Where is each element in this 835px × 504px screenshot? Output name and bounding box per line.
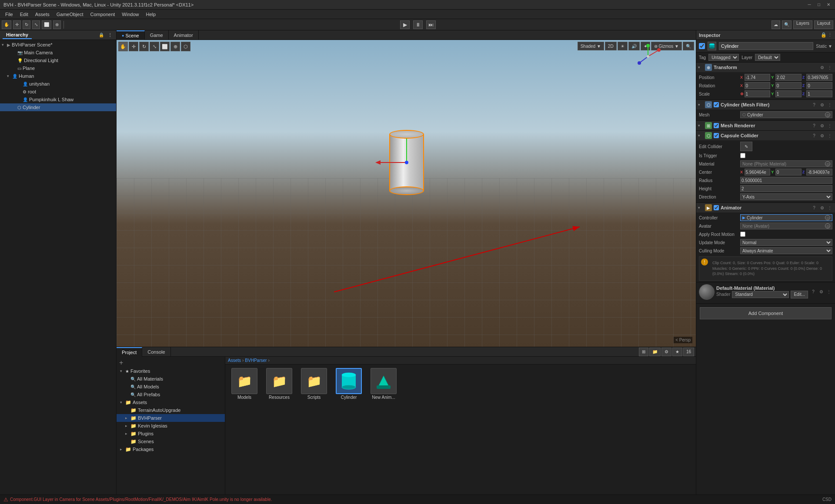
search-btn[interactable]: 🔍: [782, 20, 792, 29]
inspector-lock-icon[interactable]: 🔒: [821, 32, 827, 38]
rotation-x-input[interactable]: [745, 82, 771, 89]
mesh-renderer-help[interactable]: ?: [811, 122, 818, 129]
scene-move-tool[interactable]: ✛: [129, 42, 138, 51]
asset-cylinder[interactable]: Cylinder: [333, 368, 364, 400]
hierarchy-item-human[interactable]: ▾ 👤 Human: [0, 72, 116, 80]
tree-plugins[interactable]: ▸ 📁 Plugins: [117, 430, 225, 438]
is-trigger-checkbox[interactable]: [740, 153, 745, 158]
culling-mode-dropdown[interactable]: Always Animate Cull Update Transforms Cu…: [740, 247, 832, 254]
center-x-input[interactable]: [745, 169, 771, 176]
tree-packages[interactable]: ▸ 📁 Packages: [117, 445, 225, 453]
project-icon1[interactable]: ⊞: [639, 348, 648, 356]
mesh-filter-header[interactable]: ▾ ⬡ Cylinder (Mesh Filter) ? ⚙ ⋮: [696, 100, 835, 109]
animator-menu[interactable]: ⋮: [826, 204, 833, 211]
hierarchy-item-unityshan[interactable]: 👤 unityshan: [0, 80, 116, 88]
menu-edit[interactable]: Edit: [17, 11, 32, 18]
mesh-filter-menu[interactable]: ⋮: [826, 101, 833, 108]
mesh-renderer-menu[interactable]: ⋮: [826, 122, 833, 129]
menu-gameobject[interactable]: GameObject: [53, 11, 87, 18]
transform-header[interactable]: ▾ ⊕ Transform ⚙ ⋮: [696, 63, 835, 72]
capsule-collider-checkbox[interactable]: [714, 133, 719, 138]
tree-scenes[interactable]: 📁 Scenes: [117, 438, 225, 445]
project-icon4[interactable]: ★: [672, 348, 682, 356]
shader-dropdown[interactable]: Standard: [732, 291, 789, 298]
asset-scripts[interactable]: 📁 Scripts: [298, 368, 330, 400]
scale-x-input[interactable]: [745, 90, 771, 97]
capsule-collider-menu[interactable]: ⋮: [826, 132, 833, 139]
center-z-input[interactable]: [806, 169, 832, 176]
pause-button[interactable]: ⏸: [413, 20, 423, 29]
hierarchy-lock-btn[interactable]: 🔒: [98, 32, 105, 39]
close-button[interactable]: ✕: [825, 2, 832, 8]
material-menu[interactable]: ⋮: [825, 288, 832, 295]
toolbar-transform-btn[interactable]: ⊕: [53, 20, 61, 29]
tree-bvhparser[interactable]: ▸ 📁 BVHParser: [117, 414, 225, 422]
mesh-filter-help[interactable]: ?: [811, 101, 818, 108]
tree-all-models[interactable]: 🔍 All Models: [117, 383, 225, 391]
scene-shading-btn[interactable]: Shaded ▼: [578, 42, 604, 50]
tab-console[interactable]: Console: [142, 347, 170, 357]
avatar-select-btn[interactable]: ◎: [825, 223, 830, 229]
rotation-y-input[interactable]: [775, 82, 802, 89]
animator-checkbox[interactable]: [714, 205, 719, 210]
maximize-button[interactable]: □: [816, 2, 822, 8]
scene-2d-btn[interactable]: 2D: [605, 42, 617, 50]
menu-file[interactable]: File: [2, 11, 17, 18]
position-x-input[interactable]: [745, 74, 771, 81]
height-input[interactable]: 2: [740, 185, 832, 192]
menu-assets[interactable]: Assets: [32, 11, 53, 18]
animator-help[interactable]: ?: [811, 204, 818, 211]
hierarchy-menu-btn[interactable]: ⋮: [107, 32, 114, 39]
scene-light-btn[interactable]: ☀: [618, 42, 628, 50]
menu-window[interactable]: Window: [118, 11, 142, 18]
col-material-select-btn[interactable]: ◎: [825, 161, 830, 166]
menu-component[interactable]: Component: [87, 11, 118, 18]
scale-y-input[interactable]: [775, 90, 802, 97]
tree-favorites[interactable]: ▾ ★ Favorites: [117, 367, 225, 375]
hierarchy-item-directional-light[interactable]: 💡 Directional Light: [0, 56, 116, 64]
update-mode-dropdown[interactable]: Normal Animate Physics Unscaled Time: [740, 239, 832, 246]
rotation-z-input[interactable]: [806, 82, 832, 89]
capsule-collider-help[interactable]: ?: [811, 132, 818, 139]
mesh-renderer-header[interactable]: ▾ ⊞ Mesh Renderer ? ⚙ ⋮: [696, 121, 835, 130]
toolbar-scale-btn[interactable]: ⤡: [32, 20, 40, 29]
capsule-collider-settings[interactable]: ⚙: [818, 132, 825, 139]
layer-dropdown[interactable]: Default: [755, 54, 780, 61]
menu-help[interactable]: Help: [142, 11, 159, 18]
tree-all-materials[interactable]: 🔍 All Materials: [117, 375, 225, 383]
object-active-checkbox[interactable]: [699, 43, 705, 49]
edit-collider-button[interactable]: ✎: [740, 142, 752, 151]
toolbar-hand-btn[interactable]: ✋: [2, 20, 11, 29]
hierarchy-item-scene[interactable]: ▾ ▶ BVHParser Scene*: [0, 41, 116, 49]
scale-z-input[interactable]: [806, 90, 832, 97]
mesh-select-btn[interactable]: ◎: [825, 112, 830, 117]
hierarchy-item-main-camera[interactable]: 📷 Main Camera: [0, 49, 116, 56]
radius-input[interactable]: 0.5000001: [740, 177, 832, 184]
tab-scene[interactable]: ● Scene: [117, 30, 145, 40]
material-settings[interactable]: ⚙: [818, 288, 825, 295]
hierarchy-item-plane[interactable]: ▭ Plane: [0, 64, 116, 72]
mesh-filter-settings[interactable]: ⚙: [818, 101, 825, 108]
toolbar-rect-btn[interactable]: ⬜: [42, 20, 51, 29]
inspector-menu-icon[interactable]: ⋮: [828, 32, 832, 38]
project-icon3[interactable]: ⚙: [661, 348, 671, 356]
hierarchy-tab[interactable]: Hierarchy: [3, 31, 32, 39]
layers-dropdown[interactable]: Layers: [793, 20, 812, 29]
tab-animator[interactable]: Animator: [169, 30, 199, 40]
scene-rect-tool[interactable]: ⬜: [160, 42, 170, 51]
mesh-filter-checkbox[interactable]: [714, 102, 719, 107]
play-button[interactable]: ▶: [400, 20, 410, 29]
hierarchy-item-root[interactable]: ⚙ root: [0, 88, 116, 96]
project-icon2[interactable]: 📁: [649, 348, 661, 356]
mesh-renderer-checkbox[interactable]: [714, 123, 719, 128]
position-z-input[interactable]: [806, 74, 832, 81]
layout-dropdown[interactable]: Layout: [814, 20, 833, 29]
tree-assets[interactable]: ▾ 📁 Assets: [117, 398, 225, 406]
scene-view[interactable]: ✋ ✛ ↻ ⤡ ⬜ ⊕ ⬡ Shaded ▼ 2D ☀ 🔊 ✦ ⊛ Gizmos…: [117, 40, 696, 347]
project-size[interactable]: 16: [683, 348, 694, 356]
tag-dropdown[interactable]: Untagged: [708, 54, 739, 61]
transform-menu[interactable]: ⋮: [826, 64, 833, 71]
tree-terrain[interactable]: 📁 TerrainAutoUpgrade: [117, 406, 225, 414]
scene-orbit-tool[interactable]: ↻: [139, 42, 149, 51]
asset-models[interactable]: 📁 Models: [229, 368, 260, 400]
